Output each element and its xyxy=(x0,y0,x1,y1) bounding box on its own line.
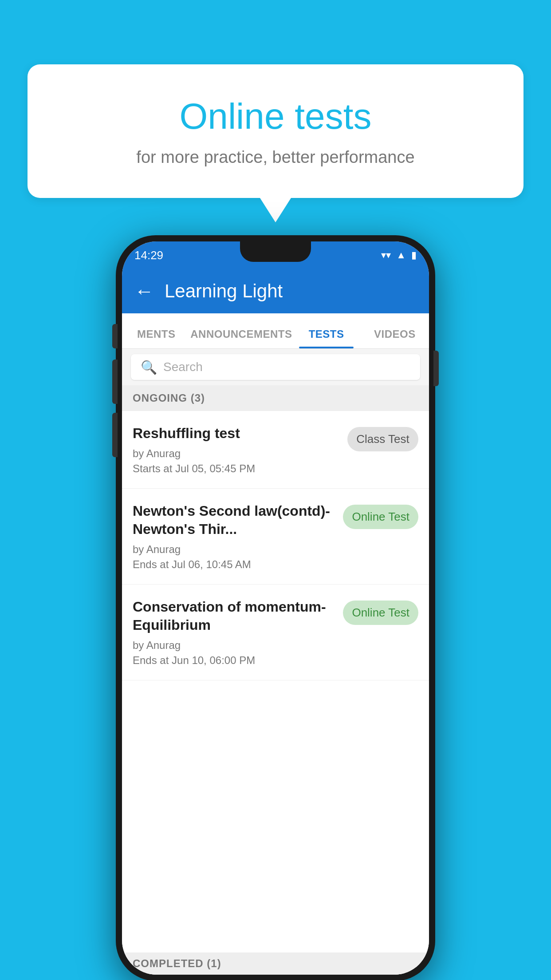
phone-volume-up-button xyxy=(112,360,118,404)
completed-section-title: COMPLETED (1) xyxy=(133,957,221,970)
test-author: by Anurag xyxy=(133,639,336,652)
speech-bubble-arrow xyxy=(260,198,291,222)
test-date: Starts at Jul 05, 05:45 PM xyxy=(133,462,340,475)
phone-device: 14:29 ▾▾ ▲ ▮ ← Learning Light MENTS ANNO… xyxy=(116,235,435,980)
phone-notch xyxy=(240,241,311,262)
speech-bubble: Online tests for more practice, better p… xyxy=(28,64,523,198)
test-author: by Anurag xyxy=(133,447,340,460)
app-title: Learning Light xyxy=(165,281,283,302)
app-bar: ← Learning Light xyxy=(122,269,429,313)
speech-bubble-container: Online tests for more practice, better p… xyxy=(28,64,523,222)
back-button[interactable]: ← xyxy=(134,280,154,302)
tabs-container: MENTS ANNOUNCEMENTS TESTS VIDEOS xyxy=(122,313,429,349)
tab-tests[interactable]: TESTS xyxy=(292,328,360,348)
test-badge-class: Class Test xyxy=(347,427,418,451)
signal-icon: ▲ xyxy=(396,249,406,261)
test-name: Conservation of momentum-Equilibrium xyxy=(133,598,336,635)
test-info: Newton's Second law(contd)-Newton's Thir… xyxy=(133,502,336,571)
tests-list: Reshuffling test by Anurag Starts at Jul… xyxy=(122,411,429,975)
speech-bubble-subtitle: for more practice, better performance xyxy=(63,148,488,167)
search-icon: 🔍 xyxy=(141,360,157,375)
test-date: Ends at Jun 10, 06:00 PM xyxy=(133,654,336,667)
test-item[interactable]: Reshuffling test by Anurag Starts at Jul… xyxy=(122,411,429,489)
test-badge-online: Online Test xyxy=(343,505,418,529)
test-author: by Anurag xyxy=(133,543,336,556)
test-name: Newton's Second law(contd)-Newton's Thir… xyxy=(133,502,336,539)
status-icons: ▾▾ ▲ ▮ xyxy=(381,249,417,261)
test-item[interactable]: Newton's Second law(contd)-Newton's Thir… xyxy=(122,489,429,585)
search-input-wrapper[interactable]: 🔍 Search xyxy=(131,354,420,380)
ongoing-section-title: ONGOING (3) xyxy=(133,392,205,404)
test-date: Ends at Jul 06, 10:45 AM xyxy=(133,558,336,571)
battery-icon: ▮ xyxy=(411,249,417,261)
wifi-icon: ▾▾ xyxy=(381,249,391,261)
status-time: 14:29 xyxy=(134,249,163,262)
test-item[interactable]: Conservation of momentum-Equilibrium by … xyxy=(122,585,429,680)
test-badge-online-2: Online Test xyxy=(343,601,418,625)
phone-mute-button xyxy=(112,324,118,348)
tab-announcements[interactable]: ANNOUNCEMENTS xyxy=(190,328,292,348)
tab-videos[interactable]: VIDEOS xyxy=(361,328,429,348)
search-placeholder: Search xyxy=(163,360,203,374)
phone-power-button xyxy=(433,351,439,386)
completed-section-header: COMPLETED (1) xyxy=(122,952,429,975)
phone-screen: 14:29 ▾▾ ▲ ▮ ← Learning Light MENTS ANNO… xyxy=(122,241,429,975)
speech-bubble-title: Online tests xyxy=(63,95,488,137)
test-name: Reshuffling test xyxy=(133,424,340,443)
test-info: Conservation of momentum-Equilibrium by … xyxy=(133,598,336,667)
phone-volume-down-button xyxy=(112,413,118,457)
tab-ments[interactable]: MENTS xyxy=(122,328,190,348)
ongoing-section-header: ONGOING (3) xyxy=(122,385,429,411)
search-container: 🔍 Search xyxy=(122,349,429,385)
test-info: Reshuffling test by Anurag Starts at Jul… xyxy=(133,424,340,475)
